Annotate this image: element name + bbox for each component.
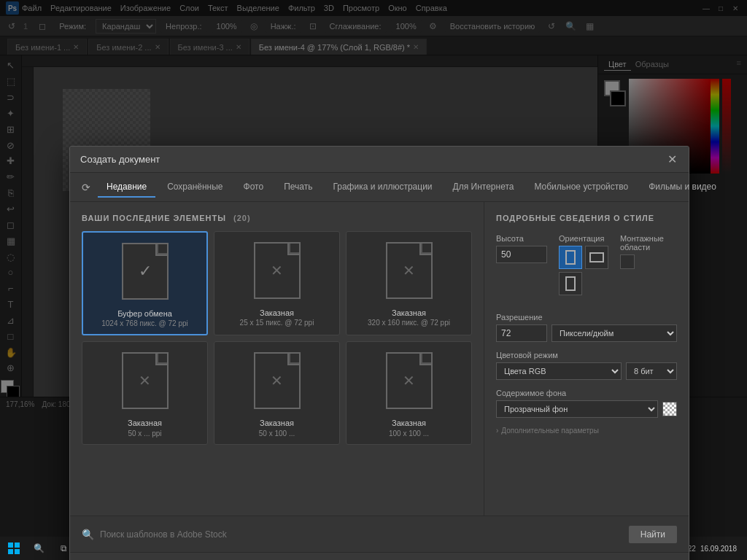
recent-item-icon-1: ✕ [248,238,306,303]
resolution-unit-select[interactable]: Пиксели/дюйм [552,325,676,341]
bg-select-wrapper: Прозрачный фон [496,400,658,418]
taskbar-date: 16.09.2018 [700,545,737,553]
dialog-tab-graphics[interactable]: Графика и иллюстрации [324,177,441,198]
doc-icon-0: ✓ [122,243,169,300]
recent-item-3[interactable]: ✕ Заказная 50 x ... ppi [82,341,208,444]
doc-icon-4: ✕ [254,352,301,409]
dialog-tab-saved[interactable]: Сохранённые [158,177,231,198]
color-depth-wrapper: 8 бит [626,362,677,380]
landscape-btn[interactable] [585,246,608,269]
recent-item-5[interactable]: ✕ Заказная 100 x 100 ... [346,341,472,444]
recent-item-icon-4: ✕ [248,348,306,413]
recent-label-2: Заказная [392,308,426,318]
windows-logo-icon [7,542,20,555]
style-panel-title: ПОДРОБНЫЕ СВЕДЕНИЯ О СТИЛЕ [496,214,677,222]
recent-sublabel-4: 50 x 100 ... [259,429,295,438]
recent-label-1: Заказная [260,308,294,318]
montage-field: Монтажные области [620,234,677,269]
color-mode-select[interactable]: Цвета RGB [497,363,621,379]
recent-sublabel-1: 25 x 15 пикс. @ 72 ppi [240,318,314,327]
dialog-close-btn[interactable]: ✕ [665,153,678,166]
color-depth-select[interactable]: 8 бит [627,363,676,379]
doc-icon-3: ✕ [122,352,169,409]
bg-label: Содержимое фона [496,389,677,397]
montage-checkbox[interactable] [620,254,635,269]
resolution-field: Разрешение Пиксели/дюйм [496,313,677,342]
dialog-tab-recent[interactable]: Недавние [98,177,155,198]
style-details-panel: ПОДРОБНЫЕ СВЕДЕНИЯ О СТИЛЕ Высота Ориент… [484,202,689,516]
portrait-icon-2 [565,276,576,291]
dialog-search-bar: 🔍 Найти [70,516,689,552]
portrait-btn-2[interactable] [559,272,582,295]
color-mode-field: Цветовой режим Цвета RGB 8 бит [496,351,677,380]
dialog-tab-photo[interactable]: Фото [235,177,273,198]
color-mode-wrapper: Цвета RGB [496,362,622,380]
dialog-tab-print[interactable]: Печать [275,177,321,198]
additional-params-toggle[interactable]: › Дополнительные параметры [496,427,677,435]
recent-item-icon-2: ✕ [380,238,438,303]
cross-icon-5: ✕ [403,372,415,389]
search-button[interactable]: Найти [629,526,677,543]
doc-icon-2: ✕ [386,242,433,299]
dialog-tab-film[interactable]: Фильмы и видео [640,177,725,198]
section-count: (20) [233,214,251,222]
recent-item-0[interactable]: ✓ Буфер обмена 747 x 560 пикс. @ 72 ppi [82,231,208,335]
orientation-label: Ориентация [559,234,608,243]
svg-rect-2 [8,549,13,554]
section-title: ВАШИ ПОСЛЕДНИЕ ЭЛЕМЕНТЫ (20) [82,214,472,222]
recent-item-4[interactable]: ✕ Заказная 50 x 100 ... [214,341,340,444]
recent-items-panel: ВАШИ ПОСЛЕДНИЕ ЭЛЕМЕНТЫ (20) ✓ [70,202,484,516]
checkmark-icon: ✓ [139,262,152,281]
height-field: Высота [496,234,547,263]
recent-label-0: Буфер обмена [117,308,172,319]
orientation-buttons-2 [559,272,608,295]
cross-icon-1: ✕ [271,262,283,279]
height-label: Высота [496,234,547,243]
height-input[interactable] [496,246,547,263]
resolution-input[interactable] [496,324,547,342]
resolution-label: Разрешение [496,313,677,322]
montage-label: Монтажные области [620,234,677,252]
new-document-dialog: Создать документ ✕ ⟳ Недавние Сохранённы… [69,146,689,560]
recent-sublabel-5: 100 x 100 ... [389,429,429,438]
additional-params-label: Дополнительные параметры [501,427,598,435]
doc-icon-5: ✕ [386,352,433,409]
dialog-tab-bar: ⟳ Недавние Сохранённые Фото Печать Графи… [70,173,689,202]
recent-icon: ⟳ [82,182,90,193]
recent-item-icon-0: ✓ [116,238,174,304]
portrait-btn[interactable] [559,246,582,269]
search-input[interactable] [100,529,623,540]
search-taskbar-btn[interactable]: 🔍 [28,538,50,559]
recent-sublabel-2: 320 x 160 пикс. @ 72 ppi [368,318,450,327]
recent-sublabel-3: 50 x ... ppi [128,429,161,438]
start-button[interactable] [3,538,25,559]
bg-select[interactable]: Прозрачный фон [497,401,657,417]
portrait-icon [565,250,576,265]
svg-rect-0 [8,542,13,548]
search-bar-icon: 🔍 [82,529,94,540]
chevron-right-icon: › [496,427,498,435]
dialog-tab-web[interactable]: Для Интернета [444,177,523,198]
bg-field: Содержимое фона Прозрачный фон [496,389,677,418]
dialog-tab-mobile[interactable]: Мобильное устройство [525,177,637,198]
resolution-unit-wrapper: Пиксели/дюйм [551,324,677,342]
dialog-body: ВАШИ ПОСЛЕДНИЕ ЭЛЕМЕНТЫ (20) ✓ [70,202,689,516]
orientation-field: Ориентация [559,234,608,295]
recent-item-icon-3: ✕ [116,348,174,413]
height-orientation-row: Высота Ориентация [496,234,677,304]
recent-item-1[interactable]: ✕ Заказная 25 x 15 пикс. @ 72 ppi [214,231,340,335]
bg-preview [662,402,677,416]
orientation-buttons [559,246,608,269]
recent-item-2[interactable]: ✕ Заказная 320 x 160 пикс. @ 72 ppi [346,231,472,335]
doc-icon-1: ✕ [254,242,301,299]
svg-rect-3 [15,549,20,554]
recent-sublabel-0: 747 x 560 пикс. @ 72 ppi [101,319,188,328]
dialog-footer: Создать Закрыть [70,552,689,560]
cross-icon-2: ✕ [403,262,415,279]
dialog-title-bar: Создать документ ✕ [70,147,689,173]
recent-label-3: Заказная [128,418,162,428]
photoshop-window: Ps Файл Редактирование Изображение Слои … [0,0,747,560]
modal-overlay: Создать документ ✕ ⟳ Недавние Сохранённы… [0,0,747,537]
dialog-title-text: Создать документ [80,154,160,165]
color-mode-label: Цветовой режим [496,351,677,359]
